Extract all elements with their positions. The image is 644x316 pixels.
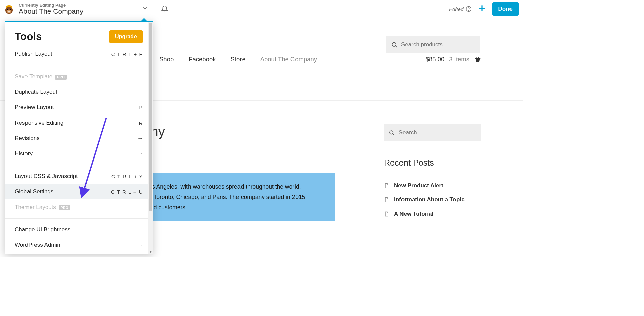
cart-price: $85.00 [426,56,445,63]
sidebar-search-input[interactable] [399,129,477,136]
add-content-button[interactable] [478,4,486,14]
svg-point-5 [10,9,11,10]
svg-point-4 [7,9,8,10]
page-heading: pany [136,124,347,139]
nav-item[interactable]: Shop [159,56,174,63]
recent-post-item: Information About a Topic [384,196,481,203]
top-bar: Currently Editing Page About The Company… [0,0,523,18]
svg-point-13 [390,131,393,134]
search-products[interactable] [386,36,480,53]
page-title-dropdown-trigger[interactable]: Currently Editing Page About The Company [0,0,155,18]
tools-item[interactable]: Preview LayoutP [5,100,153,115]
dropdown-scrollbar[interactable]: ▲ ▼ [148,22,153,254]
main-nav: ShopFacebookStoreAbout The Company [159,56,317,63]
sidebar-search[interactable] [384,124,481,141]
cart-summary[interactable]: $85.00 3 items [426,56,481,63]
tools-dropdown: ▲ ▼ Tools Upgrade Publish LayoutC T R L … [5,21,153,254]
tools-title: Tools [15,31,42,43]
recent-post-link[interactable]: Information About a Topic [394,196,465,203]
basket-icon [474,56,481,63]
tools-item: Themer LayoutsPRO [5,199,153,215]
recent-post-item: A New Tutorial [384,211,481,217]
recent-posts-title: Recent Posts [384,158,481,168]
cart-items-count: 3 items [449,56,469,63]
tools-item[interactable]: Layout CSS & JavascriptC T R L + Y [5,169,153,184]
chevron-down-icon [140,5,150,13]
tools-item[interactable]: WordPress Admin→ [5,237,153,253]
nav-item[interactable]: Store [230,56,245,63]
recent-post-link[interactable]: New Product Alert [394,182,443,189]
search-icon [389,129,395,136]
file-icon [384,211,389,217]
tools-item[interactable]: Duplicate Layout [5,84,153,100]
file-icon [384,183,389,189]
content-block[interactable]: in Los Angeles, with warehouses spread t… [136,173,335,221]
svg-point-8 [468,10,469,10]
tools-item[interactable]: Responsive EditingR [5,115,153,131]
notifications-button[interactable] [155,0,174,18]
tools-item: Save TemplatePRO [5,69,153,84]
beaver-logo-icon [3,3,15,15]
recent-post-item: New Product Alert [384,182,481,189]
tools-item[interactable]: Publish LayoutC T R L + P [5,46,153,62]
svg-line-14 [393,134,394,135]
nav-item[interactable]: About The Company [260,56,317,63]
tools-item[interactable]: Global SettingsC T R L + U [5,184,153,199]
search-products-input[interactable] [401,41,476,48]
svg-point-11 [392,42,396,46]
recent-post-link[interactable]: A New Tutorial [394,211,433,217]
search-icon [391,41,398,48]
file-icon [384,197,389,203]
currently-editing-label: Currently Editing Page [19,3,140,8]
page-title: About The Company [19,7,140,15]
recent-posts-list: New Product AlertInformation About a Top… [384,182,481,217]
upgrade-button[interactable]: Upgrade [109,30,143,43]
help-icon [466,6,472,12]
tools-item[interactable]: Revisions→ [5,131,153,146]
done-button[interactable]: Done [492,2,519,16]
nav-item[interactable]: Facebook [189,56,216,63]
svg-rect-6 [8,11,9,12]
tools-item[interactable]: History→ [5,146,153,162]
svg-line-12 [396,46,397,47]
tools-item[interactable]: Change UI Brightness [5,222,153,237]
edited-status: Edited [449,6,472,12]
